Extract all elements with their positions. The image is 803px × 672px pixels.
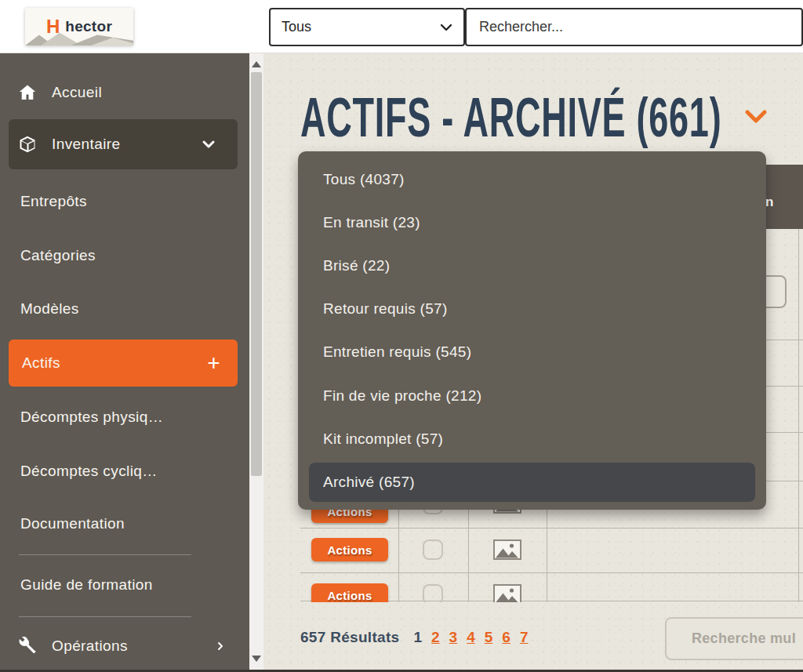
sidebar-item-mod-les[interactable]: Modèles bbox=[0, 293, 249, 325]
sidebar-item-cat-gories[interactable]: Catégories bbox=[0, 240, 249, 271]
chevron-down-icon bbox=[440, 24, 452, 31]
sidebar-item-label: Inventaire bbox=[52, 136, 120, 153]
pagination-page-7[interactable]: 7 bbox=[520, 629, 529, 646]
title-chevron-down-icon[interactable] bbox=[745, 110, 767, 127]
plus-icon: + bbox=[207, 352, 220, 374]
sidebar-divider bbox=[19, 616, 191, 617]
status-menu-item-en-transit-23[interactable]: En transit (23) bbox=[309, 201, 755, 244]
status-filter-menu: Tous (4037)En transit (23)Brisé (22)Reto… bbox=[298, 151, 766, 510]
wrench-icon bbox=[17, 636, 38, 656]
status-menu-item-kit-incomplet-57[interactable]: Kit incomplet (57) bbox=[309, 417, 755, 460]
pagination-current-page: 1 bbox=[413, 629, 422, 646]
pagination-page-5[interactable]: 5 bbox=[485, 629, 493, 646]
status-menu-item-label: Kit incomplet (57) bbox=[323, 430, 443, 448]
pagination-page-4[interactable]: 4 bbox=[467, 629, 475, 646]
results-count: 657 Résultats bbox=[300, 629, 399, 646]
sidebar-item-label: Décomptes cycliq… bbox=[20, 463, 158, 480]
row-actions-button[interactable]: Actions bbox=[311, 538, 388, 561]
app-logo[interactable]: H hector bbox=[25, 8, 133, 45]
sidebar-item-accueil[interactable]: Accueil bbox=[0, 77, 249, 108]
scroll-down-icon[interactable] bbox=[252, 656, 261, 662]
sidebar-nav: AccueilInventaireEntrepôtsCatégoriesModè… bbox=[0, 53, 249, 670]
search-scope-value: Tous bbox=[282, 19, 440, 35]
table-gridline bbox=[300, 528, 803, 529]
status-menu-item-tous-4037[interactable]: Tous (4037) bbox=[309, 158, 755, 201]
home-icon bbox=[17, 82, 38, 103]
logo-text: hector bbox=[65, 18, 112, 35]
chevron-right-icon bbox=[213, 641, 227, 651]
status-menu-item-label: Entretien requis (545) bbox=[323, 343, 471, 361]
status-menu-item-retour-requis-57[interactable]: Retour requis (57) bbox=[309, 288, 755, 331]
sidebar-item-entrep-ts[interactable]: Entrepôts bbox=[0, 186, 249, 217]
image-placeholder-icon bbox=[493, 584, 521, 602]
sidebar-scrollbar[interactable] bbox=[249, 53, 263, 670]
status-menu-item-fin-de-vie-proche-212[interactable]: Fin de vie proche (212) bbox=[309, 374, 755, 417]
sidebar-item-d-comptes-cycliq[interactable]: Décomptes cycliq… bbox=[0, 456, 249, 487]
sidebar-divider bbox=[19, 554, 191, 555]
sidebar-item-label: Actifs bbox=[22, 354, 60, 372]
status-menu-item-label: Retour requis (57) bbox=[323, 300, 448, 318]
row-checkbox[interactable] bbox=[423, 539, 443, 560]
search-input[interactable] bbox=[465, 8, 803, 46]
box-icon bbox=[17, 134, 38, 154]
status-menu-item-label: Tous (4037) bbox=[323, 171, 405, 188]
table-gridline bbox=[300, 572, 803, 573]
sidebar-item-label: Documentation bbox=[20, 515, 125, 532]
sidebar-item-label: Guide de formation bbox=[20, 576, 153, 594]
chevron-down-icon bbox=[202, 140, 216, 149]
pagination-pages: 234567 bbox=[427, 629, 532, 646]
status-menu-item-label: Brisé (22) bbox=[323, 257, 390, 274]
logo-h-icon: H bbox=[46, 17, 60, 36]
sidebar-item-inventaire[interactable]: Inventaire bbox=[9, 119, 238, 169]
status-menu-item-label: Fin de vie proche (212) bbox=[323, 387, 481, 405]
sidebar-item-d-comptes-physiq[interactable]: Décomptes physiq… bbox=[0, 401, 249, 433]
scroll-up-icon[interactable] bbox=[252, 61, 261, 67]
page-title: ACTIFS - ARCHIVÉ (661) bbox=[300, 88, 721, 147]
sidebar-item-label: Catégories bbox=[20, 247, 96, 264]
search-scope-select[interactable]: Tous bbox=[269, 8, 465, 46]
sidebar-item-documentation[interactable]: Documentation bbox=[0, 508, 249, 539]
sidebar-item-op-rations[interactable]: Opérations bbox=[0, 630, 249, 662]
table-gridline bbox=[798, 229, 799, 602]
sidebar-item-label: Décomptes physiq… bbox=[20, 409, 163, 426]
pagination-page-6[interactable]: 6 bbox=[502, 629, 511, 646]
pagination-page-3[interactable]: 3 bbox=[449, 629, 458, 646]
multi-search-button[interactable]: Recherche mul bbox=[665, 617, 803, 660]
topbar: H hector Tous bbox=[0, 0, 803, 53]
sidebar-item-label: Entrepôts bbox=[20, 193, 87, 210]
pagination: 657 Résultats 1 234567 bbox=[300, 624, 532, 651]
status-menu-item-label: Archivé (657) bbox=[323, 474, 415, 491]
sidebar-item-label: Accueil bbox=[52, 84, 102, 101]
sidebar-item-label: Modèles bbox=[20, 300, 79, 318]
table-header-partial-label: n bbox=[765, 194, 773, 210]
status-menu-item-entretien-requis-545[interactable]: Entretien requis (545) bbox=[309, 331, 755, 374]
sidebar-item-label: Opérations bbox=[52, 637, 128, 655]
sidebar-item-actifs[interactable]: Actifs+ bbox=[9, 340, 238, 387]
row-checkbox[interactable] bbox=[423, 584, 443, 602]
row-actions-button[interactable]: Actions bbox=[311, 583, 388, 602]
pagination-page-2[interactable]: 2 bbox=[431, 629, 440, 646]
image-placeholder-icon bbox=[493, 539, 521, 560]
status-menu-item-label: En transit (23) bbox=[323, 214, 420, 231]
status-menu-item-archiv-657[interactable]: Archivé (657) bbox=[309, 463, 755, 502]
status-menu-item-bris-22[interactable]: Brisé (22) bbox=[309, 244, 755, 287]
sidebar-scrollbar-thumb[interactable] bbox=[251, 72, 262, 476]
sidebar-item-guide-de-formation[interactable]: Guide de formation bbox=[0, 569, 249, 601]
